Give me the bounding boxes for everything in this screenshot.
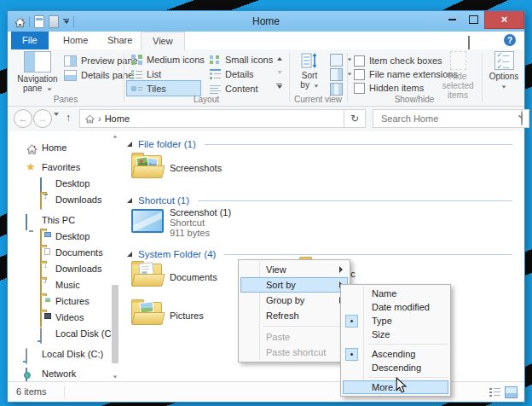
nav-item-network[interactable]: Network xyxy=(8,366,109,382)
qat-customize-dropdown-icon[interactable] xyxy=(63,19,69,24)
layout-tiles-button[interactable]: Tiles xyxy=(127,81,200,96)
search-input[interactable] xyxy=(379,113,485,125)
window-controls: × xyxy=(442,11,524,28)
submenu-item-descending[interactable]: Descending xyxy=(343,361,448,374)
tab-home[interactable]: Home xyxy=(52,32,99,49)
ribbon-tab-row: File Home Share View ? xyxy=(8,32,524,50)
radio-bullet-icon: • xyxy=(345,348,358,361)
layout-scroll-up-button[interactable] xyxy=(274,53,285,64)
layout-medium-icons-button[interactable]: Medium icons xyxy=(127,52,209,67)
group-by-button[interactable] xyxy=(330,53,352,67)
scroll-up-arrow[interactable] xyxy=(112,133,119,140)
refresh-button[interactable]: ↻ xyxy=(344,109,366,128)
pictures-folder-icon xyxy=(131,302,162,325)
nav-item-desktop-favorites[interactable]: Desktop xyxy=(8,176,109,192)
scroll-down-arrow[interactable] xyxy=(112,374,119,380)
layout-more-button[interactable] xyxy=(274,80,285,91)
group-header-shortcut[interactable]: Shortcut (1) xyxy=(127,194,512,206)
submenu-item-name[interactable]: Name xyxy=(343,287,448,300)
nav-item-downloads[interactable]: ↓ Downloads xyxy=(8,261,109,277)
forward-arrow-icon: → xyxy=(38,113,48,124)
nav-item-desktop[interactable]: Desktop xyxy=(8,229,109,245)
menu-separator xyxy=(368,344,448,345)
forward-button[interactable]: → xyxy=(33,109,52,128)
nav-item-music[interactable]: ♪ Music xyxy=(8,277,109,293)
nav-item-pictures[interactable]: Pictures xyxy=(8,293,109,310)
submenu-item-date-modified[interactable]: Date modified xyxy=(343,300,448,314)
minimize-icon xyxy=(448,19,456,20)
minimize-button[interactable] xyxy=(442,11,463,28)
hide-selected-items-icon xyxy=(450,51,466,70)
maximize-button[interactable] xyxy=(463,11,484,28)
details-view-toggle-button[interactable] xyxy=(489,387,500,397)
options-icon: ✓—✓—✓— xyxy=(494,51,514,70)
scrollbar-thumb[interactable] xyxy=(112,285,119,363)
nav-item-documents[interactable]: Documents xyxy=(8,245,109,261)
menu-item-paste-shortcut[interactable]: Paste shortcut xyxy=(240,345,348,360)
back-button[interactable]: ← xyxy=(14,109,32,128)
menu-item-refresh[interactable]: Refresh xyxy=(240,308,348,323)
search-box[interactable] xyxy=(373,109,529,128)
nav-item-local-disk-thispc[interactable]: Local Disk (C:) xyxy=(8,326,109,342)
nav-item-local-disk[interactable]: Local Disk (C:) xyxy=(8,346,109,362)
options-button[interactable]: ✓—✓—✓— Options xyxy=(487,51,521,90)
item-check-boxes-checkbox[interactable]: Item check boxes xyxy=(354,54,442,67)
submenu-item-type[interactable]: • Type xyxy=(343,314,448,328)
layout-content-button[interactable]: Content xyxy=(205,81,263,96)
layout-scroll-down-button[interactable] xyxy=(274,67,285,78)
maximize-icon xyxy=(469,15,478,24)
titlebar[interactable]: Home × xyxy=(8,11,524,32)
menu-item-view[interactable]: View xyxy=(240,262,348,277)
qat-new-folder-icon[interactable] xyxy=(49,15,59,28)
menu-item-paste[interactable]: Paste xyxy=(240,329,348,345)
group-divider xyxy=(482,53,483,102)
hide-selected-items-button[interactable]: Hide selected items xyxy=(436,51,480,100)
layout-list-button[interactable]: List xyxy=(127,67,165,81)
downloads-folder-icon: ↓ xyxy=(40,194,42,210)
group-header-file-folder[interactable]: File folder (1) xyxy=(127,138,512,150)
sort-by-button[interactable]: Sort by xyxy=(292,51,327,90)
recent-locations-button[interactable] xyxy=(54,116,59,131)
menu-item-sort-by[interactable]: Sort by xyxy=(240,277,348,293)
home-icon xyxy=(26,142,38,158)
hidden-items-checkbox[interactable]: Hidden items xyxy=(354,81,424,95)
navigation-pane-icon xyxy=(24,51,51,72)
details-pane-button[interactable]: Details pane xyxy=(64,68,133,82)
help-button[interactable]: ? xyxy=(504,34,516,46)
nav-item-this-pc[interactable]: This PC xyxy=(8,212,109,229)
layout-group-label: Layout xyxy=(124,95,289,104)
group-header-system-folder[interactable]: System Folder (4) xyxy=(127,248,512,260)
documents-folder-icon xyxy=(131,264,162,287)
breadcrumb-path[interactable]: Home xyxy=(105,113,130,124)
tab-view[interactable]: View xyxy=(141,32,185,50)
show-hide-group-label: Show/hide xyxy=(347,95,482,104)
close-button[interactable]: × xyxy=(484,11,524,29)
nav-item-favorites[interactable]: ★ Favorites xyxy=(8,160,109,176)
nav-scrollbar[interactable] xyxy=(110,131,120,382)
layout-details-button[interactable]: Details xyxy=(205,67,258,81)
more-caret-icon xyxy=(277,85,282,89)
ribbon: Navigation pane Preview pane Details pan… xyxy=(8,49,524,107)
tab-file[interactable]: File xyxy=(11,32,49,49)
thumbnails-view-toggle-button[interactable] xyxy=(505,386,518,398)
qat-properties-icon[interactable] xyxy=(34,15,44,28)
nav-item-downloads-favorites[interactable]: ↓ Downloads xyxy=(8,192,109,208)
refresh-icon: ↻ xyxy=(350,113,359,125)
navigation-pane-button[interactable]: Navigation pane xyxy=(14,51,61,93)
nav-item-home[interactable]: Home xyxy=(8,140,109,156)
checkbox-icon xyxy=(354,69,365,80)
location-home-icon xyxy=(85,114,95,124)
tab-share[interactable]: Share xyxy=(96,32,143,49)
preview-pane-icon xyxy=(64,55,77,67)
nav-item-videos[interactable]: Videos xyxy=(8,310,109,326)
size-columns-button[interactable] xyxy=(330,82,343,96)
address-box[interactable]: › Home xyxy=(79,109,354,128)
add-columns-button[interactable] xyxy=(330,67,352,81)
medium-icons-icon xyxy=(131,55,142,65)
menu-item-group-by[interactable]: Group by xyxy=(240,293,348,308)
up-button[interactable]: ↑ xyxy=(61,109,76,126)
submenu-item-size[interactable]: Size xyxy=(343,328,448,341)
content-view-icon xyxy=(210,84,221,94)
submenu-item-ascending[interactable]: • Ascending xyxy=(343,347,448,361)
layout-small-icons-button[interactable]: Small icons xyxy=(205,52,277,67)
